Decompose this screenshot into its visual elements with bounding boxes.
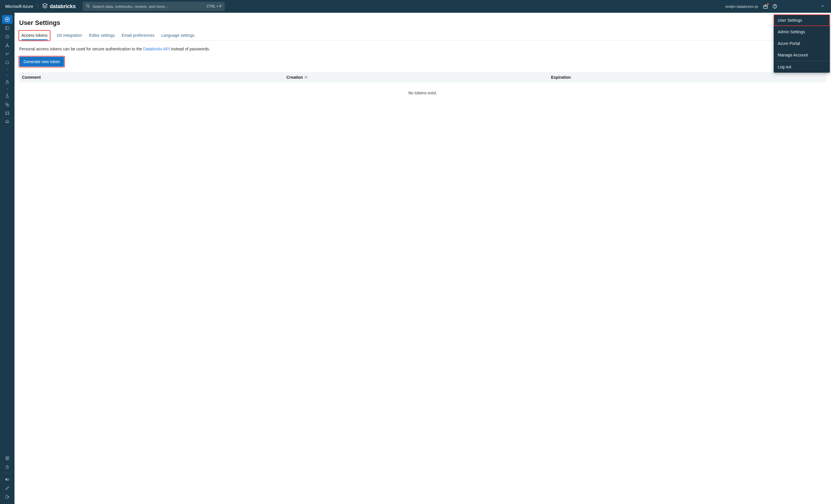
rail-experiments[interactable] xyxy=(2,91,12,100)
desc-prefix: Personal access tokens can be used for s… xyxy=(19,47,143,51)
svg-point-15 xyxy=(5,114,6,115)
tab-email-preferences[interactable]: Email preferences xyxy=(118,31,158,40)
rail-secrets[interactable] xyxy=(2,78,12,86)
generate-button-highlight: Generate new token xyxy=(19,56,64,67)
help-button[interactable] xyxy=(770,2,779,11)
rail-separator xyxy=(2,67,12,72)
desc-suffix: instead of passwords. xyxy=(170,47,210,51)
left-nav-rail xyxy=(0,13,15,504)
databricks-icon xyxy=(42,3,48,10)
svg-rect-19 xyxy=(6,467,8,468)
rail-separator xyxy=(2,72,12,78)
tab-git-integration[interactable]: Git integration xyxy=(53,31,85,40)
token-description: Personal access tokens can be used for s… xyxy=(19,47,826,51)
menu-admin-settings[interactable]: Admin Settings xyxy=(774,26,830,38)
col-creation[interactable]: Creation xyxy=(286,75,551,80)
topbar: Microsoft Azure databricks CTRL + P endj… xyxy=(0,0,831,13)
rail-compute[interactable] xyxy=(2,58,12,67)
search-input[interactable] xyxy=(93,4,206,9)
rail-recents[interactable] xyxy=(2,32,12,41)
search-wrap: CTRL + P xyxy=(83,2,225,11)
databricks-brand-text: databricks xyxy=(50,3,76,9)
rail-create[interactable] xyxy=(2,15,12,24)
user-menu-button[interactable] xyxy=(782,0,829,13)
tab-label: Access tokens xyxy=(22,33,48,40)
main-content: User Settings Access tokens Git integrat… xyxy=(15,13,831,504)
svg-rect-1 xyxy=(764,5,768,8)
menu-log-out[interactable]: Log out xyxy=(774,61,830,73)
svg-point-14 xyxy=(8,112,9,113)
table-header-row: Comment Creation Expiration xyxy=(19,72,826,83)
col-expiration[interactable]: Expiration xyxy=(551,75,824,80)
databricks-api-link[interactable]: Databricks API xyxy=(143,47,170,51)
rail-data[interactable] xyxy=(2,41,12,50)
svg-point-0 xyxy=(86,4,89,7)
col-creation-label: Creation xyxy=(286,75,303,80)
brand-divider xyxy=(38,3,38,9)
menu-user-settings[interactable]: User Settings xyxy=(774,14,830,26)
tab-label: Email preferences xyxy=(122,33,154,38)
svg-rect-10 xyxy=(6,82,8,83)
azure-brand[interactable]: Microsoft Azure xyxy=(2,4,36,9)
notification-dot-icon xyxy=(767,3,769,5)
svg-rect-5 xyxy=(5,27,9,30)
rail-signout[interactable] xyxy=(2,493,12,501)
svg-rect-12 xyxy=(7,104,9,106)
rail-serving[interactable] xyxy=(2,118,12,126)
table-empty-message: No tokens exist. xyxy=(19,83,826,103)
menu-azure-portal[interactable]: Azure Portal xyxy=(774,38,830,49)
tab-label: Git integration xyxy=(57,33,82,38)
settings-tabs: Access tokens Git integration Editor set… xyxy=(19,31,826,41)
user-dropdown-menu: User Settings Admin Settings Azure Porta… xyxy=(774,14,830,73)
chevron-down-icon xyxy=(821,4,825,9)
rail-secrets-bottom[interactable] xyxy=(2,463,12,471)
svg-point-21 xyxy=(6,479,7,480)
svg-point-17 xyxy=(7,122,8,123)
col-comment[interactable]: Comment xyxy=(22,75,286,80)
svg-point-7 xyxy=(7,44,7,45)
databricks-brand[interactable]: databricks xyxy=(40,3,78,10)
rail-models[interactable] xyxy=(2,100,12,109)
tab-label: Language settings xyxy=(161,33,194,38)
search-input-container[interactable]: CTRL + P xyxy=(83,2,225,11)
rail-workflows[interactable] xyxy=(2,50,12,58)
generate-token-button[interactable]: Generate new token xyxy=(20,57,64,67)
svg-point-16 xyxy=(8,114,9,115)
tab-editor-settings[interactable]: Editor settings xyxy=(85,31,118,40)
search-shortcut: CTRL + P xyxy=(206,4,222,8)
rail-edit[interactable] xyxy=(2,484,12,493)
workspace-name[interactable]: endjin-databricks-ip xyxy=(722,4,761,9)
rail-marketplace[interactable] xyxy=(2,454,12,463)
rail-separator xyxy=(2,86,12,91)
rail-feature-store[interactable] xyxy=(2,109,12,118)
svg-point-3 xyxy=(775,7,775,7)
tab-language-settings[interactable]: Language settings xyxy=(158,31,198,40)
tab-access-tokens[interactable]: Access tokens xyxy=(19,31,50,40)
rail-toggle[interactable] xyxy=(2,475,12,484)
rail-divider xyxy=(3,473,12,473)
token-table: Comment Creation Expiration No tokens ex… xyxy=(19,72,826,103)
rail-workspace[interactable] xyxy=(2,24,12,32)
page-title: User Settings xyxy=(19,19,826,27)
menu-manage-account[interactable]: Manage Account xyxy=(774,49,830,61)
svg-rect-11 xyxy=(5,103,7,105)
search-icon xyxy=(86,4,90,9)
sort-icon xyxy=(304,76,308,79)
whats-new-button[interactable] xyxy=(761,2,770,11)
tab-label: Editor settings xyxy=(89,33,115,38)
svg-point-13 xyxy=(5,112,6,113)
